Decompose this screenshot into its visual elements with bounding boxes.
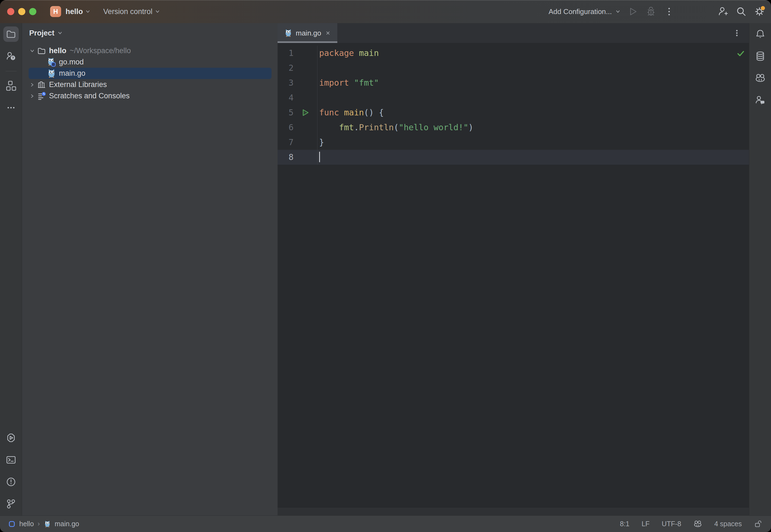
code-editor[interactable]: 1package main23import "fmt"45func main()… <box>278 43 749 507</box>
title-bar: H hello Version control Add Configuratio… <box>0 0 771 23</box>
file-encoding[interactable]: UTF-8 <box>662 520 681 528</box>
main-area: ? Project hello~/Workspace/hellogo.modma… <box>0 23 771 515</box>
bell-icon <box>755 29 766 40</box>
user-question-icon: ? <box>6 51 17 62</box>
run-button[interactable] <box>627 6 639 18</box>
services-tool-button[interactable] <box>3 430 19 446</box>
inspection-status-check-icon[interactable] <box>736 49 745 58</box>
code-line-1[interactable]: 1package main <box>278 46 749 61</box>
project-widget-label: hello <box>66 7 83 16</box>
code-line-5[interactable]: 5func main() { <box>278 105 749 120</box>
tab-main-go[interactable]: main.go <box>278 23 337 43</box>
caret-position[interactable]: 8:1 <box>620 520 629 528</box>
close-window-button[interactable] <box>7 8 14 15</box>
tree-item-hello[interactable]: hello~/Workspace/hello <box>29 45 272 56</box>
scratches-icon <box>37 91 46 101</box>
text-caret <box>319 152 320 162</box>
project-avatar[interactable]: H <box>50 6 61 17</box>
tree-item-scratches-and-consoles[interactable]: Scratches and Consoles <box>29 90 272 102</box>
ai-assistant-status-button[interactable] <box>693 520 702 528</box>
tree-item-main-go[interactable]: main.go <box>29 68 272 79</box>
folder-icon <box>6 29 17 40</box>
code-line-3[interactable]: 3import "fmt" <box>278 75 749 90</box>
chevron-right-icon[interactable] <box>29 81 36 88</box>
more-dots-icon <box>6 102 17 113</box>
editor-bottom-strip <box>278 507 749 515</box>
minimize-window-button[interactable] <box>18 8 25 15</box>
breadcrumb-separator: › <box>38 520 40 528</box>
project-tree: hello~/Workspace/hellogo.modmain.goExter… <box>22 45 278 102</box>
run-main-gutter-icon[interactable] <box>294 105 317 120</box>
version-control-tool-button[interactable] <box>3 496 19 512</box>
line-number: 1 <box>278 46 294 61</box>
line-number: 6 <box>278 120 294 135</box>
tab-label: main.go <box>296 29 321 37</box>
code-line-7[interactable]: 7} <box>278 135 749 150</box>
version-control-widget[interactable]: Version control <box>103 7 160 16</box>
code-line-6[interactable]: 6 fmt.Println("hello world!") <box>278 120 749 135</box>
line-separator[interactable]: LF <box>642 520 650 528</box>
line-number: 8 <box>278 150 294 165</box>
ai-assistant-tool-button[interactable] <box>753 70 768 86</box>
title-bar-right: Add Configuration... <box>549 0 771 23</box>
chevron-down-icon[interactable] <box>615 9 621 14</box>
search-everywhere-button[interactable] <box>735 6 747 18</box>
version-control-label: Version control <box>103 7 153 16</box>
project-panel-title: Project <box>29 29 55 37</box>
status-bar-right: 8:1LFUTF-84 spaces <box>620 520 762 528</box>
settings-button[interactable] <box>753 6 765 18</box>
run-configuration-selector[interactable]: Add Configuration... <box>549 7 612 16</box>
more-tool-windows-button[interactable] <box>3 100 19 115</box>
terminal-tool-button[interactable] <box>3 452 19 468</box>
git-branch-icon <box>6 498 17 509</box>
add-user-button[interactable] <box>717 6 729 18</box>
tree-item-path: ~/Workspace/hello <box>70 47 131 55</box>
close-tab-icon[interactable] <box>325 30 331 36</box>
project-widget[interactable]: hello <box>66 7 91 16</box>
folder-small-icon <box>37 46 46 56</box>
tree-item-label: hello <box>49 47 66 55</box>
gopher-mod-icon <box>47 58 56 67</box>
zoom-window-button[interactable] <box>29 8 36 15</box>
breadcrumbs: hello›main.go <box>8 520 79 528</box>
code-line-8[interactable]: 8 <box>278 150 749 165</box>
more-actions-button[interactable] <box>663 6 675 18</box>
structure-tool-button[interactable] <box>3 78 19 93</box>
problems-tool-button[interactable] <box>3 474 19 490</box>
tree-item-go-mod[interactable]: go.mod <box>29 56 272 68</box>
code-text <box>317 61 749 75</box>
user-plus-icon <box>718 6 729 17</box>
breadcrumb-item[interactable]: hello <box>19 520 34 528</box>
project-panel-header[interactable]: Project <box>22 23 278 43</box>
database-icon <box>755 51 766 62</box>
file-writable-toggle[interactable] <box>754 520 762 528</box>
problems-icon <box>6 476 17 487</box>
code-line-4[interactable]: 4 <box>278 90 749 105</box>
project-panel: Project hello~/Workspace/hellogo.modmain… <box>22 23 278 515</box>
svg-text:?: ? <box>12 56 14 60</box>
kebab-icon <box>664 6 675 17</box>
learn-tool-button[interactable]: ? <box>3 48 19 64</box>
chevron-down-icon[interactable] <box>29 47 36 55</box>
code-line-2[interactable]: 2 <box>278 61 749 75</box>
notifications-button[interactable] <box>753 26 768 42</box>
code-text: func main() { <box>317 105 749 120</box>
module-icon <box>8 520 15 528</box>
chevron-down-icon <box>85 9 91 14</box>
tree-item-external-libraries[interactable]: External Libraries <box>29 79 272 90</box>
line-number: 3 <box>278 75 294 90</box>
status-bar: hello›main.go 8:1LFUTF-84 spaces <box>0 515 771 532</box>
breadcrumb-item[interactable]: main.go <box>55 520 79 528</box>
gopher-icon <box>44 520 51 528</box>
debug-button[interactable] <box>645 6 657 18</box>
project-tool-button[interactable] <box>3 26 19 42</box>
code-text: import "fmt" <box>317 75 749 90</box>
code-text <box>317 90 749 105</box>
ai-assistant-icon <box>755 73 766 84</box>
code-with-me-button[interactable] <box>753 93 768 108</box>
indent-style[interactable]: 4 spaces <box>714 520 742 528</box>
code-text: fmt.Println("hello world!") <box>317 120 749 135</box>
chevron-right-icon[interactable] <box>29 93 36 100</box>
database-tool-button[interactable] <box>753 48 768 64</box>
tab-options-button[interactable] <box>731 27 743 39</box>
